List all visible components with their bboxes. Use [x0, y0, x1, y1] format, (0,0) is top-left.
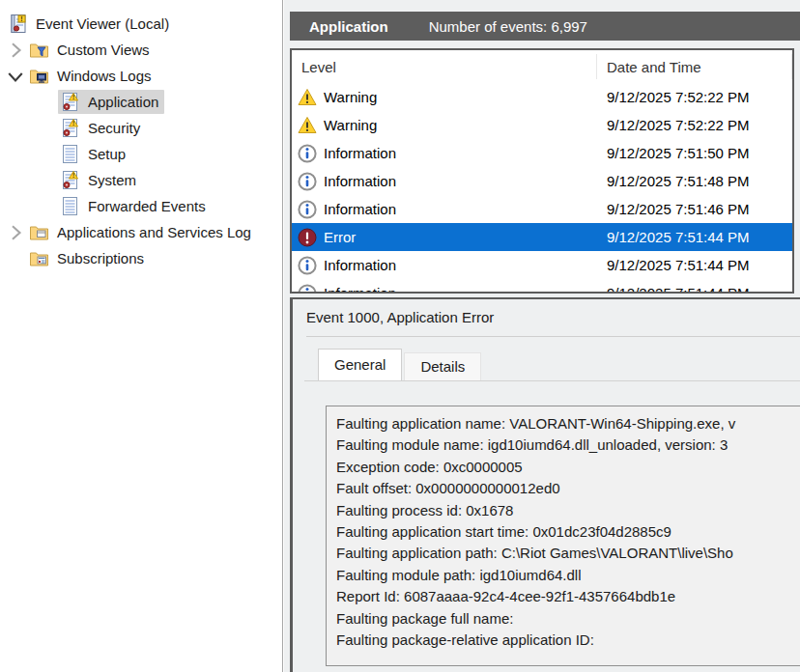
tree-item-content: Windows Logs	[27, 64, 157, 88]
event-row[interactable]: Information9/12/2025 7:51:46 PM	[292, 195, 792, 223]
expander-spacer	[4, 247, 27, 270]
event-level-cell: Warning	[292, 116, 597, 135]
tab-details[interactable]: Details	[404, 352, 481, 380]
chevron-down-icon[interactable]	[4, 65, 27, 88]
log-alert-icon: !	[60, 118, 80, 138]
event-datetime: 9/12/2025 7:51:44 PM	[597, 229, 792, 245]
log-plain-icon	[60, 144, 80, 164]
event-description-line: Faulting package full name:	[336, 608, 800, 630]
folder-filter-icon	[29, 40, 49, 60]
tree-item-content: Custom Views	[27, 38, 156, 62]
log-name: Application	[309, 18, 388, 35]
event-description-line: Faulting application start time: 0x01dc2…	[336, 521, 800, 543]
event-rows: Warning9/12/2025 7:52:22 PMWarning9/12/2…	[292, 83, 792, 294]
event-row[interactable]: Error9/12/2025 7:51:44 PM	[292, 223, 792, 251]
sidebar-item-label: Security	[88, 120, 140, 136]
sidebar-item-label: Custom Views	[57, 42, 150, 58]
event-datetime: 9/12/2025 7:51:50 PM	[597, 145, 792, 161]
event-row[interactable]: Information9/12/2025 7:51:50 PM	[292, 139, 792, 167]
sidebar-item-security[interactable]: !Security	[0, 115, 282, 141]
event-level-cell: Information	[292, 284, 597, 294]
information-icon	[298, 284, 317, 294]
event-description-line: Faulting module path: igd10iumd64.dll	[336, 565, 800, 586]
error-icon	[298, 228, 317, 247]
warning-icon	[298, 116, 317, 135]
event-datetime: 9/12/2025 7:52:22 PM	[597, 117, 792, 133]
information-icon	[298, 256, 317, 275]
tree-item-content: !Application	[58, 90, 164, 114]
event-description-line: Fault offset: 0x0000000000012ed0	[336, 478, 800, 499]
svg-text:!: !	[72, 94, 74, 100]
event-row[interactable]: Information9/12/2025 7:51:48 PM	[292, 167, 792, 195]
sidebar-item-custom-views[interactable]: Custom Views	[0, 37, 282, 63]
event-level-label: Information	[324, 201, 396, 217]
event-level-label: Information	[324, 173, 396, 189]
event-detail-title: Event 1000, Application Error	[293, 299, 800, 325]
event-level-cell: Warning	[292, 88, 597, 107]
event-level-label: Error	[324, 229, 356, 245]
sidebar-item-applications-and-services-log[interactable]: Applications and Services Log	[0, 219, 282, 245]
sidebar-item-label: Event Viewer (Local)	[36, 15, 169, 32]
sidebar-item-application[interactable]: !Application	[0, 89, 282, 115]
event-level-cell: Information	[292, 144, 597, 163]
event-description-line: Report Id: 6087aaaa-92c4-4cee-92f1-43576…	[336, 586, 800, 607]
sidebar-item-subscriptions[interactable]: Subscriptions	[0, 245, 282, 271]
tree-item-content: Applications and Services Log	[27, 220, 257, 244]
sidebar-item-windows-logs[interactable]: Windows Logs	[0, 63, 282, 89]
event-viewer-icon: !	[8, 14, 28, 34]
column-header-level[interactable]: Level	[292, 54, 597, 79]
information-icon	[298, 200, 317, 219]
detail-tabbar: GeneralDetails	[318, 350, 481, 380]
event-datetime: 9/12/2025 7:51:44 PM	[597, 285, 792, 294]
event-datetime: 9/12/2025 7:51:44 PM	[597, 257, 792, 273]
event-row[interactable]: Information9/12/2025 7:51:44 PM	[292, 279, 792, 294]
folder-window-icon	[29, 222, 49, 242]
sidebar-item-label: Forwarded Events	[88, 198, 206, 214]
event-list-header: Level Date and Time	[292, 50, 792, 83]
sidebar-item-system[interactable]: !System	[0, 167, 282, 193]
log-alert-icon: !	[60, 92, 80, 112]
sidebar-item-forwarded-events[interactable]: Forwarded Events	[0, 193, 282, 219]
detail-separator	[306, 336, 800, 337]
event-level-label: Information	[324, 257, 396, 273]
information-icon	[298, 172, 317, 191]
sidebar-item-label: Windows Logs	[57, 68, 152, 84]
tree-item-content: Subscriptions	[27, 246, 150, 270]
event-description-line: Exception code: 0xc0000005	[336, 457, 800, 478]
folder-computer-icon	[29, 66, 49, 86]
sidebar-item-label: Subscriptions	[57, 250, 144, 266]
tab-baseline	[304, 380, 800, 381]
tab-general[interactable]: General	[318, 349, 402, 380]
event-description-line: Faulting application name: VALORANT-Win6…	[336, 413, 800, 434]
event-datetime: 9/12/2025 7:52:22 PM	[597, 89, 792, 105]
event-level-cell: Information	[292, 200, 597, 219]
event-level-cell: Error	[292, 228, 597, 247]
event-row[interactable]: Warning9/12/2025 7:52:22 PM	[292, 111, 792, 139]
event-description-line: Faulting package-relative application ID…	[336, 630, 800, 651]
folder-table-icon	[29, 248, 49, 268]
sidebar-item-setup[interactable]: Setup	[0, 141, 282, 167]
main-panel: Application Number of events: 6,997 Leve…	[284, 0, 800, 672]
top-strip	[284, 0, 800, 12]
event-row[interactable]: Warning9/12/2025 7:52:22 PM	[292, 83, 792, 111]
information-icon	[298, 144, 317, 163]
log-alert-icon: !	[60, 170, 80, 190]
sidebar-item-label: Applications and Services Log	[57, 224, 251, 240]
event-detail-pane: Event 1000, Application Error GeneralDet…	[290, 297, 800, 672]
event-row[interactable]: Information9/12/2025 7:51:44 PM	[292, 251, 792, 279]
event-description-line: Faulting module name: igd10iumd64.dll_un…	[336, 434, 800, 456]
log-plain-icon	[60, 196, 80, 216]
event-list: Level Date and Time Warning9/12/2025 7:5…	[290, 48, 794, 294]
column-header-date[interactable]: Date and Time	[597, 54, 792, 79]
event-datetime: 9/12/2025 7:51:48 PM	[597, 173, 792, 189]
chevron-right-icon[interactable]	[4, 39, 27, 62]
sidebar-item-label: System	[88, 172, 136, 188]
tree-item-content: Forwarded Events	[58, 194, 212, 218]
chevron-right-icon[interactable]	[4, 221, 27, 244]
warning-icon	[298, 88, 317, 107]
event-datetime: 9/12/2025 7:51:46 PM	[597, 201, 792, 217]
event-description-line: Faulting application path: C:\Riot Games…	[336, 543, 800, 564]
event-description-box[interactable]: Faulting application name: VALORANT-Win6…	[326, 406, 800, 666]
svg-text:!: !	[72, 172, 74, 179]
sidebar-item-event-viewer-local[interactable]: !Event Viewer (Local)	[0, 11, 282, 37]
